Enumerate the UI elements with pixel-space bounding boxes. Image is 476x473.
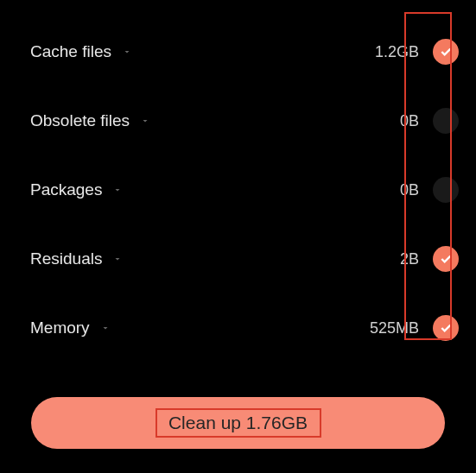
chevron-down-icon xyxy=(112,185,123,195)
row-label: Memory xyxy=(30,318,90,337)
row-label: Cache files xyxy=(30,42,111,61)
row-label: Packages xyxy=(30,180,102,199)
cleanup-list: Cache files 1.2GB Obsolete files 0B Pack… xyxy=(0,0,476,363)
checkbox-residuals[interactable] xyxy=(433,246,459,272)
row-size: 0B xyxy=(400,181,419,199)
row-packages[interactable]: Packages 0B xyxy=(30,155,459,224)
row-memory[interactable]: Memory 525MB xyxy=(30,293,459,363)
chevron-down-icon xyxy=(112,254,123,264)
chevron-down-icon xyxy=(122,47,132,57)
chevron-down-icon xyxy=(100,323,111,333)
clean-button-container: Clean up 1.76GB xyxy=(31,397,445,449)
row-label: Obsolete files xyxy=(30,111,130,130)
checkbox-packages[interactable] xyxy=(433,177,459,203)
checkbox-obsolete-files[interactable] xyxy=(433,108,459,134)
clean-up-button[interactable]: Clean up 1.76GB xyxy=(31,397,445,449)
row-size: 1.2GB xyxy=(375,43,419,61)
row-label: Residuals xyxy=(30,249,102,268)
checkbox-memory[interactable] xyxy=(433,315,459,341)
clean-up-button-label: Clean up 1.76GB xyxy=(168,413,308,433)
checkbox-cache-files[interactable] xyxy=(433,39,459,65)
row-cache-files[interactable]: Cache files 1.2GB xyxy=(30,17,459,86)
row-size: 525MB xyxy=(370,319,419,337)
row-obsolete-files[interactable]: Obsolete files 0B xyxy=(30,86,459,155)
chevron-down-icon xyxy=(140,116,150,126)
row-size: 2B xyxy=(400,250,419,268)
row-size: 0B xyxy=(400,112,419,130)
row-residuals[interactable]: Residuals 2B xyxy=(30,224,459,293)
